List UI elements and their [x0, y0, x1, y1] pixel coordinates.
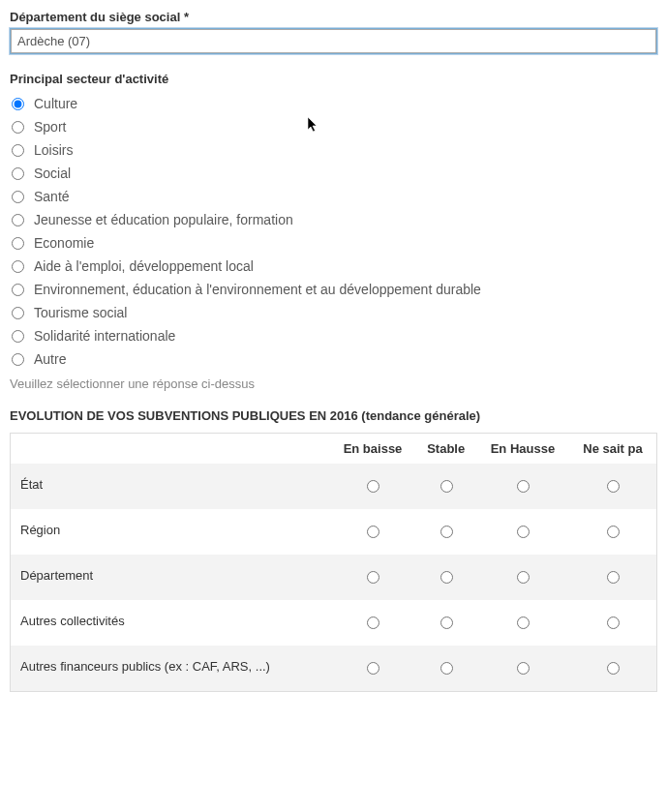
matrix-corner	[11, 434, 330, 465]
secteur-radio-group: CultureSportLoisirsSocialSantéJeunesse e…	[10, 92, 657, 371]
table-row: Département	[11, 555, 657, 600]
matrix-radio-etat-1[interactable]	[440, 480, 453, 493]
secteur-label-environnement[interactable]: Environnement, éducation à l'environneme…	[34, 282, 481, 297]
matrix-row-label-etat: État	[11, 464, 330, 509]
matrix-radio-departement-3[interactable]	[607, 571, 620, 584]
departement-select[interactable]	[11, 29, 656, 53]
secteur-option-sport: Sport	[10, 115, 657, 138]
matrix-cell	[569, 509, 657, 555]
secteur-option-autre: Autre	[10, 347, 657, 371]
secteur-radio-sante[interactable]	[12, 191, 24, 203]
matrix-radio-departement-0[interactable]	[367, 571, 379, 584]
secteur-hint: Veuillez sélectionner une réponse ci-des…	[10, 376, 657, 391]
matrix-row-label-autres-fin: Autres financeurs publics (ex : CAF, ARS…	[11, 646, 330, 692]
matrix-row-label-departement: Département	[11, 555, 330, 600]
matrix-radio-region-2[interactable]	[517, 526, 530, 538]
secteur-option-jeunesse: Jeunesse et éducation populaire, formati…	[10, 208, 657, 231]
matrix-cell	[415, 646, 475, 692]
matrix-radio-region-0[interactable]	[367, 526, 379, 538]
secteur-label-culture[interactable]: Culture	[34, 96, 77, 111]
table-row: Autres collectivités	[11, 600, 657, 646]
secteur-option-loisirs: Loisirs	[10, 138, 657, 162]
matrix-radio-region-1[interactable]	[440, 526, 453, 538]
secteur-option-environnement: Environnement, éducation à l'environneme…	[10, 278, 657, 301]
matrix-cell	[569, 464, 657, 509]
table-row: État	[11, 464, 657, 509]
secteur-option-culture: Culture	[10, 92, 657, 115]
matrix-cell	[330, 646, 416, 692]
table-row: Région	[11, 509, 657, 555]
matrix-col-header: En baisse	[330, 434, 416, 465]
secteur-radio-economie[interactable]	[12, 237, 24, 250]
matrix-cell	[476, 509, 569, 555]
matrix-cell	[330, 509, 416, 555]
secteur-radio-sport[interactable]	[12, 121, 24, 134]
matrix-cell	[415, 600, 475, 646]
secteur-label-tourisme[interactable]: Tourisme social	[34, 305, 127, 320]
matrix-cell	[569, 555, 657, 600]
secteur-label-social[interactable]: Social	[34, 165, 71, 181]
matrix-radio-etat-2[interactable]	[517, 480, 530, 493]
matrix-radio-autres-coll-3[interactable]	[607, 617, 620, 629]
matrix-row-label-autres-coll: Autres collectivités	[11, 600, 330, 646]
matrix-cell	[415, 464, 475, 509]
secteur-label-loisirs[interactable]: Loisirs	[34, 142, 73, 158]
secteur-label-sante[interactable]: Santé	[34, 189, 70, 204]
matrix-row-label-region: Région	[11, 509, 330, 555]
matrix-radio-departement-1[interactable]	[440, 571, 453, 584]
matrix-radio-autres-coll-0[interactable]	[367, 617, 379, 629]
matrix-radio-etat-0[interactable]	[367, 480, 379, 493]
matrix-cell	[330, 555, 416, 600]
matrix-radio-autres-fin-0[interactable]	[367, 662, 379, 675]
matrix-col-header: En Hausse	[476, 434, 569, 465]
matrix-radio-autres-coll-1[interactable]	[440, 617, 453, 629]
matrix-cell	[476, 646, 569, 692]
matrix-cell	[476, 464, 569, 509]
table-row: Autres financeurs publics (ex : CAF, ARS…	[11, 646, 657, 692]
matrix-radio-etat-3[interactable]	[607, 480, 620, 493]
matrix-cell	[415, 555, 475, 600]
departement-select-wrap	[10, 28, 657, 54]
secteur-radio-social[interactable]	[12, 167, 24, 180]
secteur-radio-environnement[interactable]	[12, 284, 24, 296]
secteur-radio-autre[interactable]	[12, 353, 24, 366]
matrix-col-header: Ne sait pa	[569, 434, 657, 465]
secteur-radio-tourisme[interactable]	[12, 307, 24, 319]
secteur-option-sante: Santé	[10, 185, 657, 208]
secteur-option-tourisme: Tourisme social	[10, 301, 657, 324]
secteur-label-emploi[interactable]: Aide à l'emploi, développement local	[34, 258, 254, 274]
matrix-radio-autres-coll-2[interactable]	[517, 617, 530, 629]
matrix-cell	[569, 600, 657, 646]
matrix-radio-autres-fin-1[interactable]	[440, 662, 453, 675]
matrix-radio-autres-fin-2[interactable]	[517, 662, 530, 675]
matrix-cell	[330, 600, 416, 646]
secteur-option-solidarite: Solidarité internationale	[10, 324, 657, 347]
matrix-radio-autres-fin-3[interactable]	[607, 662, 620, 675]
matrix-cell	[415, 509, 475, 555]
evolution-table: En baisseStableEn HausseNe sait pa ÉtatR…	[10, 433, 657, 692]
matrix-cell	[330, 464, 416, 509]
secteur-label-autre[interactable]: Autre	[34, 351, 66, 367]
secteur-radio-solidarite[interactable]	[12, 330, 24, 343]
matrix-cell	[569, 646, 657, 692]
secteur-radio-culture[interactable]	[12, 98, 24, 110]
secteur-option-economie: Economie	[10, 231, 657, 255]
departement-label: Département du siège social *	[10, 10, 657, 24]
secteur-option-emploi: Aide à l'emploi, développement local	[10, 255, 657, 278]
matrix-radio-region-3[interactable]	[607, 526, 620, 538]
secteur-radio-jeunesse[interactable]	[12, 214, 24, 226]
secteur-label-sport[interactable]: Sport	[34, 119, 66, 135]
matrix-radio-departement-2[interactable]	[517, 571, 530, 584]
secteur-label: Principal secteur d'activité	[10, 72, 657, 86]
secteur-label-jeunesse[interactable]: Jeunesse et éducation populaire, formati…	[34, 212, 293, 227]
matrix-cell	[476, 600, 569, 646]
matrix-col-header: Stable	[415, 434, 475, 465]
secteur-radio-emploi[interactable]	[12, 260, 24, 273]
evolution-heading: EVOLUTION DE VOS SUBVENTIONS PUBLIQUES E…	[10, 408, 657, 423]
secteur-label-solidarite[interactable]: Solidarité internationale	[34, 328, 175, 344]
secteur-label-economie[interactable]: Economie	[34, 235, 94, 251]
secteur-radio-loisirs[interactable]	[12, 144, 24, 157]
secteur-option-social: Social	[10, 162, 657, 185]
matrix-cell	[476, 555, 569, 600]
